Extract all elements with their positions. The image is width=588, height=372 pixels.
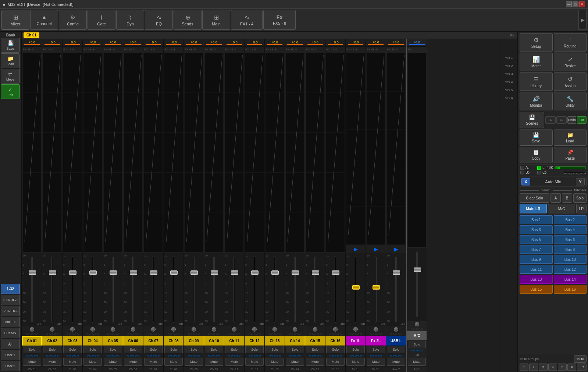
mute-ch05[interactable]: Mute: [104, 358, 122, 366]
load-btn[interactable]: 📁 Load: [1, 53, 20, 68]
knob-ch13[interactable]: [272, 327, 277, 332]
bank-busmtx-btn[interactable]: Bus Mtx: [1, 328, 20, 338]
save-btn[interactable]: 💾 Save: [1, 38, 20, 53]
mg2-btn[interactable]: 2: [529, 364, 538, 371]
nav-sends[interactable]: ⊕ Sends: [174, 10, 202, 30]
solo-ch14[interactable]: Solo: [286, 346, 304, 353]
setup-btn[interactable]: ⚙ Setup: [520, 33, 553, 52]
mg6-btn[interactable]: 6: [567, 364, 576, 371]
ch-name-fx2l[interactable]: Fx 2L: [366, 336, 386, 346]
bank-auxfx-btn[interactable]: Aux FX: [1, 317, 20, 327]
panel-copy-btn[interactable]: 📋 Copy: [520, 147, 553, 163]
knob-ch03[interactable]: [70, 327, 75, 332]
solo-usbl[interactable]: Solo: [387, 346, 405, 353]
panel-save-btn[interactable]: 💾 Save: [520, 130, 553, 146]
mute-ch14[interactable]: Mute: [286, 358, 304, 366]
bus15-btn[interactable]: Bus 15: [520, 285, 553, 294]
mute-fx2l[interactable]: Mute: [367, 358, 385, 366]
nav-channel[interactable]: ▲ Channel: [30, 10, 58, 30]
ch-name-ch08[interactable]: Ch 08: [164, 336, 183, 346]
knob-ch16[interactable]: [333, 327, 338, 332]
ch-name-ch03[interactable]: Ch 03: [63, 336, 82, 346]
mute-ch01[interactable]: Mute: [23, 358, 41, 366]
mute-ch02[interactable]: Mute: [43, 358, 61, 366]
mg4-btn[interactable]: 4: [548, 364, 557, 371]
ch-name-ch01[interactable]: Ch 01: [22, 336, 42, 346]
maximize-btn[interactable]: □: [573, 1, 578, 7]
ch-name-ch13[interactable]: Ch 13: [265, 336, 285, 346]
next-scene-btn[interactable]: ⏭: [556, 116, 567, 124]
nav-config[interactable]: ⚙ Config: [59, 10, 87, 30]
ch-name-ch09[interactable]: Ch 09: [184, 336, 204, 346]
solo-btn[interactable]: Solo: [573, 193, 587, 203]
bank-132-btn[interactable]: 1-32: [1, 284, 20, 294]
mute-ch08[interactable]: Mute: [164, 358, 183, 366]
nav-fx5[interactable]: Fx FX5 - 8: [263, 10, 296, 30]
knob-ch02[interactable]: [50, 327, 54, 332]
panel-paste-btn[interactable]: 📌 Paste: [554, 147, 587, 163]
mute-ch07[interactable]: Mute: [144, 358, 163, 366]
bus11-btn[interactable]: Bus 11: [520, 265, 553, 274]
talkback-a-btn[interactable]: A: [550, 193, 561, 203]
knob-ch05[interactable]: [111, 327, 115, 332]
bus12-btn[interactable]: Bus 12: [554, 265, 587, 274]
knob-ch11[interactable]: [232, 327, 236, 332]
solo-ch13[interactable]: Solo: [266, 346, 284, 353]
nav-eq[interactable]: ∿ EQ: [145, 10, 173, 30]
ch-name-ch04[interactable]: Ch 04: [83, 336, 103, 346]
bank-user2-btn[interactable]: User 2: [1, 361, 20, 371]
mute-ch15[interactable]: Mute: [306, 358, 324, 366]
bus8-btn[interactable]: Bus 8: [554, 245, 587, 254]
utility-btn[interactable]: 🔧 Utility: [554, 92, 587, 110]
lr-btn[interactable]: LR: [576, 204, 587, 213]
bank-user1-btn[interactable]: User 1: [1, 350, 20, 360]
solo-ch06[interactable]: Solo: [124, 346, 142, 353]
mute-ch04[interactable]: Mute: [83, 358, 102, 366]
solo-ch09[interactable]: Solo: [185, 346, 203, 353]
knob-ch15[interactable]: [313, 327, 317, 332]
ch-name-ch05[interactable]: Ch 05: [103, 336, 123, 346]
bus10-btn[interactable]: Bus 10: [554, 255, 587, 264]
nav-mixer[interactable]: ⊞ Mixer: [1, 10, 29, 30]
bus6-btn[interactable]: Bus 6: [554, 235, 587, 244]
solo-ch02[interactable]: Solo: [43, 346, 61, 353]
bus9-btn[interactable]: Bus 9: [520, 255, 553, 264]
monitor-btn[interactable]: 🔊 Monitor: [520, 92, 553, 110]
minimize-btn[interactable]: —: [566, 1, 572, 7]
bus3-btn[interactable]: Bus 3: [520, 225, 553, 234]
knob-ch01[interactable]: [30, 327, 34, 332]
knob-ch09[interactable]: [192, 327, 196, 332]
ch-name-ch07[interactable]: Ch 07: [143, 336, 163, 346]
panel-load-btn[interactable]: 📁 Load: [554, 130, 587, 146]
bus13-btn[interactable]: Bus 13: [520, 275, 553, 284]
solo-ch04[interactable]: Solo: [83, 346, 102, 353]
mute-ch06[interactable]: Mute: [124, 358, 142, 366]
bus4-btn[interactable]: Bus 4: [554, 225, 587, 234]
bus5-btn[interactable]: Bus 5: [520, 235, 553, 244]
solo-ch03[interactable]: Solo: [63, 346, 82, 353]
solo-ch11[interactable]: Solo: [225, 346, 243, 353]
solo-ch15[interactable]: Solo: [306, 346, 324, 353]
bus14-btn[interactable]: Bus 14: [554, 275, 587, 284]
prev-scene-btn[interactable]: ⏮: [545, 116, 556, 124]
mc-btn[interactable]: M/C: [548, 204, 575, 213]
ch-name-ch02[interactable]: Ch 02: [42, 336, 62, 346]
mg3-btn[interactable]: 3: [539, 364, 548, 371]
mute-ch11[interactable]: Mute: [225, 358, 243, 366]
ch-name-ch16[interactable]: Ch 16: [325, 336, 345, 346]
ch-name-ch10[interactable]: Ch 10: [204, 336, 224, 346]
solo-ch08[interactable]: Solo: [164, 346, 183, 353]
solo-ch12[interactable]: Solo: [245, 346, 264, 353]
nav-arrow[interactable]: ▶: [578, 10, 587, 30]
nav-gate[interactable]: ⌇ Gate: [88, 10, 115, 30]
nav-main[interactable]: ⊞ Main: [202, 10, 230, 30]
bus2-btn[interactable]: Bus 2: [554, 215, 587, 224]
knob-ch14[interactable]: [293, 327, 297, 332]
assign-btn[interactable]: ↺ Assign: [554, 72, 587, 91]
automix-y-btn[interactable]: Y: [576, 178, 585, 185]
library-btn[interactable]: ☰ Library: [520, 72, 553, 91]
solo-fx2l[interactable]: Solo: [367, 346, 385, 353]
knob-ch06[interactable]: [131, 327, 135, 332]
ch-name-ch15[interactable]: Ch 15: [305, 336, 325, 346]
mute-ch13[interactable]: Mute: [266, 358, 284, 366]
